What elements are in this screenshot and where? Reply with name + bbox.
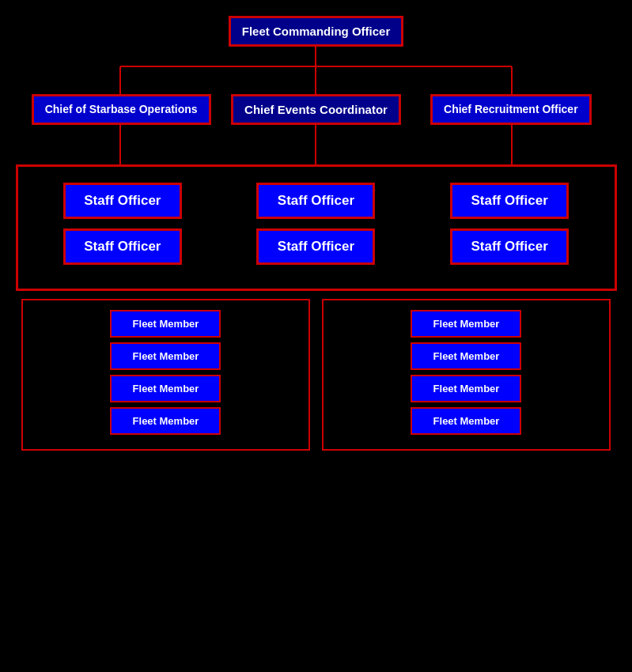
fleet-member-1-4-label: Fleet Member [133,415,199,427]
fleet-group-2: Fleet Member Fleet Member Fleet Member F… [322,299,611,451]
fleet-member-2-2: Fleet Member [411,342,521,370]
lines-chiefs-to-staff [0,125,632,164]
fleet-member-2-3-label: Fleet Member [433,383,500,395]
fleet-member-1-1: Fleet Member [110,310,221,338]
staff-officer-5-label: Staff Officer [278,239,354,254]
staff-officer-3-label: Staff Officer [471,193,547,208]
chiefs-level: Chief of Starbase Operations Chief Event… [0,94,632,125]
fleet-commanding-officer: Fleet Commanding Officer [229,16,404,47]
staff-officer-4-label: Staff Officer [84,239,161,254]
chief-starbase: Chief of Starbase Operations [25,94,218,125]
top-label: Fleet Commanding Officer [242,25,391,38]
staff-officer-2-label: Staff Officer [278,193,354,208]
chief-events-box: Chief Events Coordinator [231,94,401,125]
staff-row-2: Staff Officer Staff Officer Staff Office… [26,228,607,265]
fleet-member-2-2-label: Fleet Member [433,350,500,362]
staff-section: Staff Officer Staff Officer Staff Office… [16,164,617,291]
fleet-member-2-1-label: Fleet Member [433,318,500,330]
fleet-group-1: Fleet Member Fleet Member Fleet Member F… [21,299,310,451]
fleet-member-2-3: Fleet Member [411,375,521,402]
fleet-member-1-2: Fleet Member [110,342,221,370]
fleet-member-1-3: Fleet Member [110,375,221,402]
staff-row-1: Staff Officer Staff Officer Staff Office… [26,183,607,219]
chief-events: Chief Events Coordinator [220,94,413,125]
fleet-member-2-1: Fleet Member [411,310,521,338]
chief-recruitment-box: Chief Recruitment Officer [430,94,592,125]
staff-officer-2: Staff Officer [256,183,375,219]
fleet-member-1-2-label: Fleet Member [133,350,199,362]
staff-officer-1: Staff Officer [63,183,182,219]
chief-recruitment-label: Chief Recruitment Officer [444,103,578,115]
fleet-member-2-4: Fleet Member [411,407,521,435]
chief-events-label: Chief Events Coordinator [244,103,388,116]
lines-top-to-chiefs [0,47,632,94]
fleet-member-2-4-label: Fleet Member [433,415,500,427]
chief-starbase-box: Chief of Starbase Operations [32,94,211,125]
staff-officer-6: Staff Officer [450,228,569,265]
staff-officer-4: Staff Officer [63,228,182,265]
staff-officer-3: Staff Officer [450,183,569,219]
staff-officer-1-label: Staff Officer [84,193,161,208]
fleet-member-1-3-label: Fleet Member [133,383,199,395]
fleet-sections: Fleet Member Fleet Member Fleet Member F… [16,299,617,451]
chief-starbase-label: Chief of Starbase Operations [45,103,198,115]
staff-officer-6-label: Staff Officer [471,239,547,254]
fleet-member-1-4: Fleet Member [110,407,221,435]
org-chart: Fleet Commanding Officer Chief of Starba… [0,8,632,451]
top-level: Fleet Commanding Officer [0,16,632,47]
fleet-member-1-1-label: Fleet Member [133,318,199,330]
chief-recruitment: Chief Recruitment Officer [414,94,607,125]
staff-officer-5: Staff Officer [256,228,375,265]
